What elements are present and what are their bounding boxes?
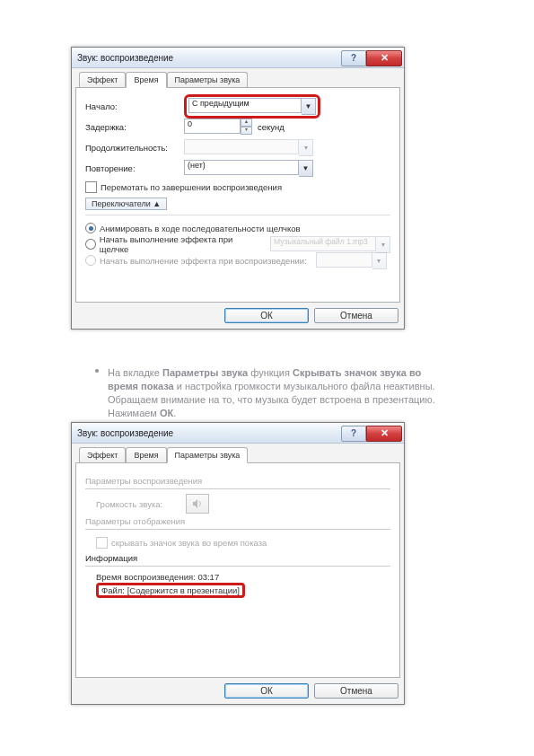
dialog-buttons: ОК Отмена (72, 303, 404, 329)
dialog-title: Звук: воспроизведение (77, 428, 173, 438)
toggles-button[interactable]: Переключатели ▲ (85, 198, 167, 210)
tab-sound-params[interactable]: Параметры звука (167, 72, 249, 88)
mid-text-6: ОК (160, 408, 173, 418)
radio-start-on-play-label: Начать выполнение эффекта при воспроизве… (100, 256, 307, 266)
tab-panel-params: Параметры воспроизведения Громкость звук… (75, 462, 400, 678)
radio-start-on-click-label: Начать выполнение эффекта при щелчке (100, 234, 261, 254)
mid-text-2: Параметры звука (162, 367, 248, 378)
dialog-buttons: ОК Отмена (72, 678, 404, 704)
start-label: Начало: (85, 101, 184, 111)
dialog-params-tab: Звук: воспроизведение ? ✕ Эффект Время П… (71, 422, 405, 705)
play-length-value: 03:17 (197, 572, 219, 582)
cancel-button[interactable]: Отмена (314, 308, 398, 323)
file-label: Файл: (101, 585, 127, 595)
radio-start-on-click[interactable] (85, 239, 96, 250)
click-target-value: Музыкальный файл 1.mp3 (270, 236, 376, 251)
ok-button[interactable]: ОК (224, 308, 309, 323)
dialog-time-tab: Звук: воспроизведение ? ✕ Эффект Время П… (71, 47, 405, 330)
repeat-value: (нет) (184, 160, 299, 175)
delay-label: Задержка: (85, 122, 184, 132)
chevron-down-icon: ▾ (372, 252, 387, 269)
chevron-down-icon: ▾ (376, 236, 390, 253)
tabstrip: Эффект Время Параметры звука (75, 72, 400, 88)
close-button[interactable]: ✕ (366, 50, 402, 66)
click-target-dropdown: Музыкальный файл 1.mp3 ▾ (270, 236, 390, 253)
close-button[interactable]: ✕ (366, 426, 402, 442)
radio-start-on-play (85, 255, 96, 266)
mid-text-3: функция (248, 367, 293, 378)
speaker-icon (192, 498, 203, 509)
tab-time[interactable]: Время (126, 72, 166, 88)
duration-dropdown: ▾ (184, 139, 313, 156)
rewind-checkbox[interactable] (85, 181, 97, 193)
dialog-title: Звук: воспроизведение (77, 53, 173, 63)
spin-down-icon[interactable]: ▾ (241, 127, 252, 135)
spin-up-icon[interactable]: ▲ (241, 119, 252, 127)
titlebar: Звук: воспроизведение ? ✕ (72, 48, 404, 68)
playback-group-title: Параметры воспроизведения (85, 476, 390, 486)
chevron-down-icon[interactable]: ▼ (299, 160, 313, 177)
display-group-title: Параметры отображения (85, 516, 390, 526)
instruction-paragraph: На вкладке Параметры звука функция Скрыв… (108, 366, 453, 419)
bullet-icon (95, 369, 99, 373)
delay-value[interactable]: 0 (184, 119, 241, 134)
repeat-dropdown[interactable]: (нет) ▼ (184, 160, 313, 177)
radio-animate-sequence[interactable] (85, 223, 96, 233)
chevron-down-icon[interactable]: ▼ (302, 98, 316, 115)
radio-animate-sequence-label: Анимировать в ходе последовательности ще… (100, 224, 301, 233)
volume-label: Громкость звука: (96, 499, 186, 509)
tab-time[interactable]: Время (126, 447, 166, 463)
hide-icon-label: скрывать значок звука во время показа (111, 538, 267, 548)
tab-sound-params[interactable]: Параметры звука (167, 447, 249, 463)
titlebar: Звук: воспроизведение ? ✕ (72, 423, 404, 444)
tabstrip: Эффект Время Параметры звука (75, 447, 400, 463)
play-target-dropdown: ▾ (316, 252, 387, 269)
play-target-value (316, 252, 372, 268)
file-highlight: Файл: [Содержится в презентации] (96, 583, 245, 598)
start-value: С предыдущим (188, 98, 302, 113)
play-length-label: Время воспроизведения: (96, 572, 197, 582)
tab-effect[interactable]: Эффект (79, 72, 126, 88)
cancel-button[interactable]: Отмена (314, 683, 398, 699)
volume-button (186, 494, 209, 514)
chevron-down-icon: ▾ (299, 139, 313, 156)
rewind-label: Перемотать по завершении воспроизведения (101, 182, 282, 192)
delay-unit: секунд (258, 122, 285, 132)
info-group-title: Информация (85, 553, 390, 563)
mid-text-7: . (173, 408, 176, 418)
help-button[interactable]: ? (341, 50, 366, 66)
svg-marker-0 (193, 499, 197, 508)
mid-text-1: На вкладке (108, 367, 162, 378)
repeat-label: Повторение: (85, 163, 184, 173)
help-button[interactable]: ? (341, 426, 366, 442)
tab-panel-time: Начало: С предыдущим ▼ Задержка: 0 ▲ ▾ (75, 87, 400, 303)
delay-spinner[interactable]: 0 ▲ ▾ (184, 119, 252, 135)
duration-value (184, 139, 299, 154)
hide-icon-checkbox (96, 537, 108, 549)
duration-label: Продолжительность: (85, 143, 184, 153)
start-highlight: С предыдущим ▼ (184, 94, 320, 119)
file-value: [Содержится в презентации] (127, 585, 240, 595)
start-dropdown[interactable]: С предыдущим ▼ (188, 98, 316, 115)
ok-button[interactable]: ОК (224, 683, 309, 699)
tab-effect[interactable]: Эффект (79, 447, 126, 463)
